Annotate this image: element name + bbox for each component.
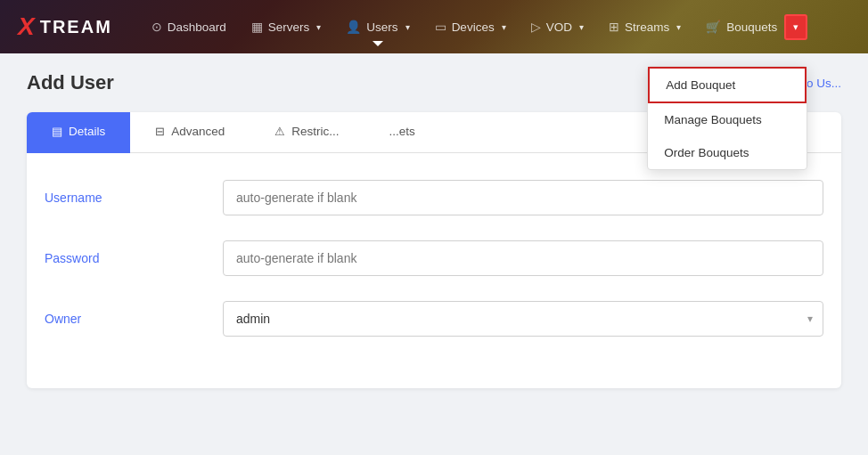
chevron-down-icon: ▾ (676, 22, 681, 32)
tab-restrictions[interactable]: ⚠ Restric... (250, 112, 364, 153)
tab-advanced-label: Advanced (171, 125, 225, 138)
page-title: Add User (27, 71, 114, 94)
owner-row: Owner admin ▾ (45, 301, 823, 337)
header: X TREAM ⊙ Dashboard ▦ Servers ▾ 👤 Users … (0, 0, 868, 53)
nav-label-streams: Streams (625, 20, 669, 34)
username-row: Username (45, 180, 823, 215)
advanced-tab-icon: ⊟ (155, 125, 165, 138)
users-dropdown-indicator (373, 41, 383, 46)
nav-label-users: Users (366, 20, 397, 34)
chevron-down-icon: ▾ (502, 22, 506, 32)
details-tab-icon: ▤ (52, 125, 62, 138)
tab-advanced[interactable]: ⊟ Advanced (130, 112, 250, 153)
nav-item-servers[interactable]: ▦ Servers ▾ (239, 12, 334, 41)
tab-restrictions-label: Restric... (291, 125, 339, 138)
chevron-down-icon: ▾ (316, 22, 321, 32)
nav-label-devices: Devices (452, 20, 495, 34)
username-label: Username (45, 191, 223, 205)
logo-rest: TREAM (40, 17, 112, 37)
username-input[interactable] (223, 180, 823, 215)
nav-label-servers: Servers (268, 20, 310, 34)
tab-details-label: Details (69, 125, 105, 138)
nav-label-vod: VOD (546, 20, 572, 34)
dashboard-icon: ⊙ (151, 20, 162, 34)
nav-item-vod[interactable]: ▷ VOD ▾ (519, 12, 596, 41)
password-input[interactable] (223, 240, 823, 276)
streams-icon: ⊞ (609, 20, 619, 34)
owner-label: Owner (45, 312, 223, 326)
main-nav: ⊙ Dashboard ▦ Servers ▾ 👤 Users ▾ ▭ Devi… (139, 12, 850, 41)
password-label: Password (45, 251, 223, 265)
nav-label-bouquets: Bouquets (726, 20, 777, 34)
tab-bouquets-label: ...ets (389, 125, 415, 138)
nav-item-dashboard[interactable]: ⊙ Dashboard (139, 12, 239, 41)
chevron-down-icon: ▾ (405, 22, 410, 32)
nav-item-users[interactable]: 👤 Users ▾ (333, 12, 422, 41)
owner-select-wrapper: admin ▾ (223, 301, 823, 337)
bouquets-dropdown-toggle[interactable]: ▾ (784, 14, 807, 40)
form-body: Username Password Owner admin ▾ (27, 153, 841, 388)
nav-item-devices[interactable]: ▭ Devices ▾ (422, 12, 519, 41)
dropdown-item-order-bouquets[interactable]: Order Bouquets (648, 136, 807, 169)
dropdown-item-manage-bouquets[interactable]: Manage Bouquets (648, 103, 807, 136)
devices-icon: ▭ (435, 20, 446, 34)
servers-icon: ▦ (251, 20, 263, 34)
dropdown-item-add-bouquet[interactable]: Add Bouquet (648, 67, 807, 103)
bouquets-dropdown-menu: Add Bouquet Manage Bouquets Order Bouque… (647, 66, 807, 170)
nav-item-streams[interactable]: ⊞ Streams ▾ (596, 12, 693, 41)
password-row: Password (45, 240, 823, 276)
logo-x: X (18, 12, 37, 41)
owner-select[interactable]: admin (223, 301, 823, 337)
tab-bouquets[interactable]: ...ets (364, 112, 440, 153)
tab-details[interactable]: ▤ Details (27, 112, 130, 153)
nav-item-bouquets: 🛒 Bouquets ▾ Add Bouquet Manage Bouquets… (693, 12, 807, 41)
users-icon: 👤 (346, 20, 361, 34)
restrictions-tab-icon: ⚠ (274, 125, 285, 138)
bouquets-icon: 🛒 (706, 20, 721, 34)
chevron-down-icon: ▾ (579, 22, 584, 32)
vod-icon: ▷ (531, 20, 541, 34)
nav-bouquets-label[interactable]: 🛒 Bouquets (693, 12, 784, 41)
nav-label-dashboard: Dashboard (168, 20, 226, 34)
logo[interactable]: X TREAM (18, 12, 112, 41)
